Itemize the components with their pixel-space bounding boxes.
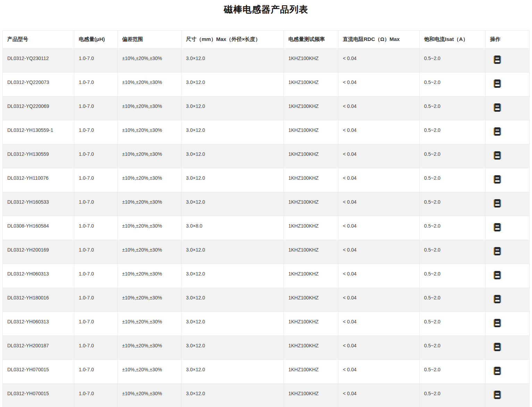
cell-rdc: < 0.04 — [338, 264, 420, 288]
cell-tolerance: ±10%,±20%,±30% — [118, 240, 181, 264]
cell-rdc: < 0.04 — [338, 312, 420, 336]
datasheet-button[interactable] — [493, 79, 501, 88]
cell-isat: 0.5~2.0 — [420, 336, 485, 360]
datasheet-button[interactable] — [493, 56, 501, 64]
cell-isat: 0.5~2.0 — [420, 168, 485, 192]
cell-inductance: 1.0-7.0 — [74, 192, 118, 216]
datasheet-button[interactable] — [493, 271, 501, 279]
cell-tolerance: ±10%,±20%,±30% — [118, 168, 181, 192]
header-row: 产品型号电感量(μH)偏差范围尺寸（mm）Max（外径×长度）电感量测试频率直流… — [3, 31, 530, 49]
cell-action — [485, 120, 530, 144]
cell-model: DL0312-YH200169 — [3, 240, 74, 264]
cell-tolerance: ±10%,±20%,±30% — [118, 360, 181, 384]
cell-rdc: < 0.04 — [338, 96, 420, 120]
book-icon — [493, 199, 501, 207]
datasheet-button[interactable] — [493, 223, 501, 231]
cell-isat: 0.5~2.0 — [420, 120, 485, 144]
cell-rdc: < 0.04 — [338, 49, 420, 73]
cell-inductance: 1.0-7.0 — [74, 240, 118, 264]
table-row: DL0312-YH160533 1.0-7.0 ±10%,±20%,±30% 3… — [3, 192, 530, 216]
cell-size: 3.0×12.0 — [181, 360, 284, 384]
table-row: DL0312-YQ220069 1.0-7.0 ±10%,±20%,±30% 3… — [3, 96, 530, 120]
cell-tolerance: ±10%,±20%,±30% — [118, 336, 181, 360]
book-icon — [493, 103, 501, 112]
book-icon — [493, 367, 501, 375]
cell-model: DL0312-YH110076 — [3, 168, 74, 192]
cell-isat: 0.5~2.0 — [420, 49, 485, 73]
datasheet-button[interactable] — [493, 367, 501, 375]
cell-action — [485, 144, 530, 168]
cell-isat: 0.5~2.0 — [420, 192, 485, 216]
cell-isat: 0.5~2.0 — [420, 360, 485, 384]
table-row: DL0312-YH200169 1.0-7.0 ±10%,±20%,±30% 3… — [3, 240, 530, 264]
cell-action — [485, 288, 530, 312]
book-icon — [493, 271, 501, 279]
cell-isat: 0.5~2.0 — [420, 264, 485, 288]
cell-inductance: 1.0-7.0 — [74, 312, 118, 336]
datasheet-button[interactable] — [493, 199, 501, 207]
cell-action — [485, 240, 530, 264]
cell-inductance: 1.0-7.0 — [74, 288, 118, 312]
cell-size: 3.0×8.0 — [181, 216, 284, 240]
book-icon — [493, 151, 501, 160]
column-header-4: 尺寸（mm）Max（外径×长度） — [181, 31, 284, 49]
book-icon — [493, 223, 501, 231]
book-icon — [493, 343, 501, 351]
datasheet-button[interactable] — [493, 391, 501, 399]
cell-inductance: 1.0-7.0 — [74, 96, 118, 120]
cell-test-frequency: 1KHZ100KHZ — [284, 96, 338, 120]
cell-rdc: < 0.04 — [338, 168, 420, 192]
cell-rdc: < 0.04 — [338, 216, 420, 240]
cell-rdc: < 0.04 — [338, 240, 420, 264]
cell-test-frequency: 1KHZ100KHZ — [284, 216, 338, 240]
cell-model: DL0312-YH200187 — [3, 336, 74, 360]
page-title: 磁棒电感器产品列表 — [0, 0, 532, 16]
cell-model: DL0312-YH070015 — [3, 360, 74, 384]
cell-test-frequency: 1KHZ100KHZ — [284, 168, 338, 192]
datasheet-button[interactable] — [493, 343, 501, 351]
cell-action — [485, 384, 530, 407]
table-body: DL0312-YQ230112 1.0-7.0 ±10%,±20%,±30% 3… — [3, 49, 530, 407]
cell-model: DL0312-YQ220073 — [3, 73, 74, 96]
table-row: DL0312-YH060313 1.0-7.0 ±10%,±20%,±30% 3… — [3, 264, 530, 288]
cell-test-frequency: 1KHZ100KHZ — [284, 120, 338, 144]
cell-tolerance: ±10%,±20%,±30% — [118, 192, 181, 216]
product-table: 产品型号电感量(μH)偏差范围尺寸（mm）Max（外径×长度）电感量测试频率直流… — [2, 30, 530, 407]
cell-inductance: 1.0-7.0 — [74, 49, 118, 73]
cell-model: DL0312-YH160533 — [3, 192, 74, 216]
cell-size: 3.0×12.0 — [181, 120, 284, 144]
table-row: DL0312-YH130559 1.0-7.0 ±10%,±20%,±30% 3… — [3, 144, 530, 168]
cell-size: 3.0×12.0 — [181, 168, 284, 192]
book-icon — [493, 391, 501, 399]
cell-rdc: < 0.04 — [338, 360, 420, 384]
table-row: DL0312-YH200187 1.0-7.0 ±10%,±20%,±30% 3… — [3, 336, 530, 360]
datasheet-button[interactable] — [493, 127, 501, 136]
cell-rdc: < 0.04 — [338, 144, 420, 168]
cell-model: DL0308-YH160584 — [3, 216, 74, 240]
table-row: DL0312-YH060313 1.0-7.0 ±10%,±20%,±30% 3… — [3, 312, 530, 336]
cell-rdc: < 0.04 — [338, 384, 420, 407]
table-row: DL0312-YH070015 1.0-7.0 ±10%,±20%,±30% 3… — [3, 360, 530, 384]
book-icon — [493, 295, 501, 303]
datasheet-button[interactable] — [493, 319, 501, 327]
datasheet-button[interactable] — [493, 247, 501, 255]
cell-action — [485, 192, 530, 216]
cell-inductance: 1.0-7.0 — [74, 144, 118, 168]
cell-inductance: 1.0-7.0 — [74, 168, 118, 192]
datasheet-button[interactable] — [493, 295, 501, 303]
cell-size: 3.0×12.0 — [181, 240, 284, 264]
table-row: DL0312-YH130559-1 1.0-7.0 ±10%,±20%,±30%… — [3, 120, 530, 144]
cell-test-frequency: 1KHZ100KHZ — [284, 264, 338, 288]
table-row: DL0312-YH070015 1.0-7.0 ±10%,±20%,±30% 3… — [3, 384, 530, 407]
datasheet-button[interactable] — [493, 103, 501, 112]
table-row: DL0312-YH180016 1.0-7.0 ±10%,±20%,±30% 3… — [3, 288, 530, 312]
datasheet-button[interactable] — [493, 175, 501, 184]
cell-size: 3.0×12.0 — [181, 73, 284, 96]
cell-model: DL0312-YH060313 — [3, 312, 74, 336]
cell-test-frequency: 1KHZ100KHZ — [284, 73, 338, 96]
datasheet-button[interactable] — [493, 151, 501, 160]
column-header-5: 电感量测试频率 — [284, 31, 338, 49]
cell-rdc: < 0.04 — [338, 120, 420, 144]
cell-rdc: < 0.04 — [338, 192, 420, 216]
cell-model: DL0312-YH060313 — [3, 264, 74, 288]
